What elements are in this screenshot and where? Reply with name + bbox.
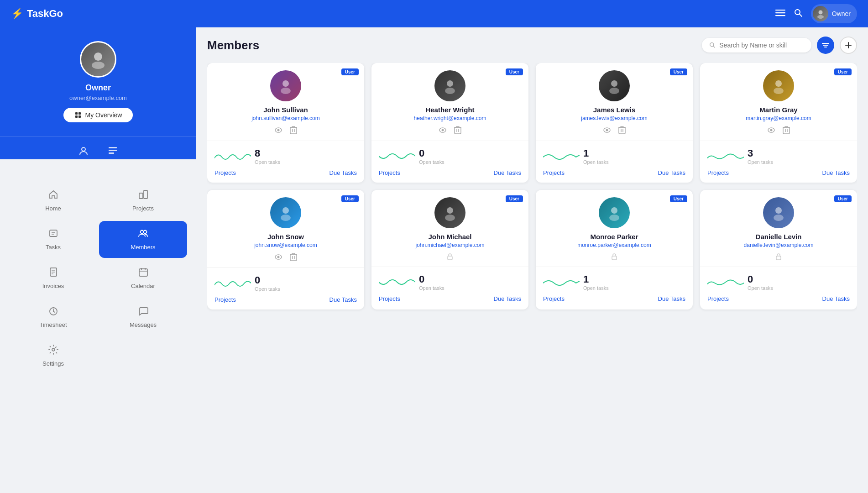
card-bottom: 0 Open tasks Projects Due Tasks [371, 141, 528, 183]
sidebar-item-invoices[interactable]: Invoices [9, 260, 97, 297]
due-tasks-link[interactable]: Due Tasks [494, 169, 521, 176]
delete-icon[interactable] [290, 253, 297, 263]
projects-link[interactable]: Projects [214, 296, 236, 303]
search-input[interactable] [719, 42, 804, 49]
delete-icon[interactable] [290, 126, 297, 136]
member-avatar [599, 197, 630, 228]
projects-link[interactable]: Projects [379, 169, 400, 176]
tasks-tab-icon[interactable] [107, 146, 118, 159]
projects-link[interactable]: Projects [707, 295, 729, 302]
delete-icon[interactable] [783, 126, 790, 136]
topnav-search-icon[interactable] [794, 8, 803, 20]
sidebar-item-projects[interactable]: Projects [99, 182, 187, 219]
card-links: Projects Due Tasks [543, 169, 685, 176]
content-header: Members [207, 37, 857, 54]
open-tasks-label: Open tasks [255, 159, 280, 165]
card-links: Projects Due Tasks [707, 169, 850, 176]
svg-point-7 [94, 52, 102, 61]
calendar-label: Calendar [131, 283, 155, 289]
svg-rect-11 [75, 115, 78, 118]
sidebar-item-home[interactable]: Home [9, 182, 97, 219]
user-badge: User [670, 195, 687, 202]
projects-link[interactable]: Projects [214, 169, 236, 176]
logo-icon: ⚡ [11, 8, 23, 20]
due-tasks-link[interactable]: Due Tasks [658, 295, 685, 302]
due-tasks-link[interactable]: Due Tasks [658, 169, 685, 176]
member-email: john.michael@example.com [416, 242, 485, 248]
card-actions [775, 253, 782, 262]
card-top: User Danielle Levin danielle.levin@examp… [700, 190, 857, 267]
card-stats: 0 Open tasks [214, 274, 357, 292]
member-card-john-snow: User John Snow john.snow@example.com [207, 190, 364, 309]
card-top: User John Snow john.snow@example.com [207, 190, 364, 268]
projects-link[interactable]: Projects [543, 169, 565, 176]
lock-icon [446, 253, 454, 262]
member-avatar [270, 197, 301, 228]
user-badge: User [506, 68, 523, 75]
projects-link[interactable]: Projects [707, 169, 729, 176]
app-logo[interactable]: ⚡ TaskGo [11, 8, 63, 20]
svg-point-77 [281, 215, 291, 221]
lock-icon [611, 253, 618, 262]
projects-link[interactable]: Projects [379, 295, 400, 302]
svg-rect-56 [455, 127, 461, 134]
due-tasks-link[interactable]: Due Tasks [329, 296, 357, 303]
member-card-john-sullivan: User John Sullivan john.sullivan@example… [207, 63, 364, 183]
delete-icon[interactable] [618, 126, 626, 136]
card-links: Projects Due Tasks [707, 295, 850, 302]
sidebar-wrapper: Owner owner@example.com My Overview [0, 27, 196, 493]
projects-link[interactable]: Projects [543, 295, 565, 302]
sidebar-item-calendar[interactable]: Calendar [99, 260, 187, 297]
owner-avatar [813, 6, 828, 21]
overview-button[interactable]: My Overview [63, 108, 133, 122]
svg-point-69 [774, 88, 784, 94]
card-stats: 0 Open tasks [379, 273, 521, 291]
sidebar-item-settings[interactable]: Settings [9, 337, 97, 374]
due-tasks-link[interactable]: Due Tasks [822, 295, 850, 302]
menu-icon[interactable] [775, 8, 785, 20]
sidebar-item-timesheet[interactable]: Timesheet [9, 299, 97, 336]
add-member-button[interactable] [840, 37, 857, 54]
due-tasks-link[interactable]: Due Tasks [329, 169, 357, 176]
filter-button[interactable] [817, 37, 834, 54]
card-actions [274, 253, 297, 263]
open-tasks-label: Open tasks [255, 286, 280, 292]
home-icon [48, 189, 58, 202]
card-links: Projects Due Tasks [543, 295, 685, 302]
member-name: James Lewis [593, 106, 636, 114]
member-email: james.lewis@example.com [581, 115, 648, 121]
open-tasks-count: 0 [255, 274, 280, 286]
view-icon[interactable] [439, 127, 447, 135]
open-tasks-label: Open tasks [748, 159, 773, 165]
owner-badge[interactable]: Owner [811, 4, 857, 23]
svg-point-79 [277, 256, 280, 258]
svg-rect-12 [78, 115, 81, 118]
messages-icon [138, 306, 148, 319]
svg-point-88 [609, 215, 619, 221]
svg-point-71 [770, 129, 773, 131]
search-box[interactable] [702, 38, 811, 52]
sidebar-item-tasks[interactable]: Tasks [9, 221, 97, 258]
view-icon[interactable] [767, 127, 775, 135]
svg-point-91 [774, 215, 784, 221]
profile-tab-icon[interactable] [78, 146, 89, 159]
due-tasks-link[interactable]: Due Tasks [822, 169, 850, 176]
view-icon[interactable] [274, 127, 282, 135]
sidebar-item-messages[interactable]: Messages [99, 299, 187, 336]
card-stats: 1 Open tasks [543, 147, 685, 165]
svg-rect-92 [776, 256, 781, 260]
delete-icon[interactable] [454, 126, 461, 136]
due-tasks-link[interactable]: Due Tasks [494, 295, 521, 302]
task-wave-chart [543, 274, 580, 290]
svg-rect-48 [290, 127, 297, 134]
search-icon [709, 42, 716, 49]
view-icon[interactable] [603, 127, 611, 135]
svg-point-5 [818, 10, 822, 15]
card-bottom: 0 Open tasks Projects Due Tasks [700, 267, 857, 309]
settings-icon [48, 345, 58, 357]
view-icon[interactable] [274, 254, 282, 262]
member-card-monroe-parker: User Monroe Parker monroe.parker@example… [536, 190, 693, 309]
sidebar-item-members[interactable]: Members [99, 221, 187, 258]
svg-line-38 [713, 46, 715, 48]
card-bottom: 1 Open tasks Projects Due Tasks [536, 141, 693, 183]
